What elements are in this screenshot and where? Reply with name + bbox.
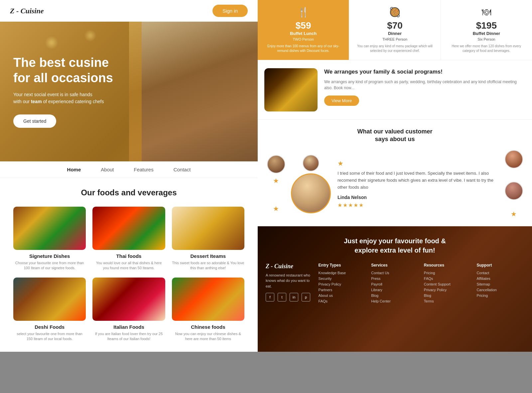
footer-link-privacy-res[interactable]: Privacy Policy xyxy=(424,288,471,292)
food-image-thai xyxy=(92,207,165,250)
left-avatars: ★ ★ xyxy=(264,155,288,213)
family-title: We arranges your family & social program… xyxy=(324,68,525,76)
buffet-dinner-name: Buffet Dinner xyxy=(446,31,527,36)
footer-link-privacy-policy[interactable]: Privacy Policy xyxy=(319,282,366,286)
hero-overlay: The best cusine for all occasions Your n… xyxy=(0,22,142,161)
footer-link-contact-sup[interactable]: Contact xyxy=(476,271,524,275)
family-section: We arranges your family & social program… xyxy=(258,60,532,120)
footer-link-faqs[interactable]: FAQs xyxy=(319,299,366,303)
buffet-lunch-persons: TWO Person xyxy=(263,37,343,41)
footer-col-support: Support Contact Affiliates Sitemap Cance… xyxy=(476,263,524,305)
footer-logo: Z - Cuisine xyxy=(266,263,313,270)
hero-background: The best cusine for all occasions Your n… xyxy=(0,22,258,161)
dinner-persons: THREE Person xyxy=(354,37,435,41)
pricing-card-dinner: 🥘 $70 Dinner THREE Person You can enjoy … xyxy=(349,0,441,60)
buffet-lunch-price: $59 xyxy=(263,20,343,31)
footer-link-terms[interactable]: Terms xyxy=(424,299,471,303)
footer-link-blog-res[interactable]: Blog xyxy=(424,294,471,297)
social-linkedin[interactable]: in xyxy=(290,293,298,301)
footer-col-resources: Resources Pricing FAQs Content Support P… xyxy=(424,263,471,305)
food-image-dessert xyxy=(172,207,244,250)
get-started-button[interactable]: Get started xyxy=(13,114,56,128)
footer-link-faqs-res[interactable]: FAQs xyxy=(424,277,471,281)
avatar-center-top xyxy=(303,155,319,171)
nav-features[interactable]: Features xyxy=(134,167,153,172)
food-image-signature xyxy=(13,207,86,250)
footer-link-pricing-sup[interactable]: Pricing xyxy=(476,294,524,297)
testimonials-title: What our valued customersays about us xyxy=(264,128,525,143)
logo: Z - Cuisine xyxy=(10,7,44,15)
footer-link-press[interactable]: Press xyxy=(371,277,419,281)
social-icons: f t in p xyxy=(266,293,313,301)
family-image xyxy=(264,68,318,111)
food-image-chinese xyxy=(172,278,244,321)
right-panel: 🍴 $59 Buffet Lunch TWO Person Enjoy more… xyxy=(258,0,532,352)
social-twitter[interactable]: t xyxy=(278,293,286,301)
social-pinterest[interactable]: p xyxy=(302,293,310,301)
nav-contact[interactable]: Contact xyxy=(174,167,191,172)
food-desc-dessert: This sweet foods are so adorable & You l… xyxy=(172,261,244,271)
hero-title: The best cusine for all occasions xyxy=(13,55,128,86)
testimonial-text-area: ★ I tried some of their food and I just … xyxy=(334,159,499,208)
footer-link-cancellation[interactable]: Cancellation xyxy=(476,288,524,292)
avatar-left-top xyxy=(267,155,285,173)
food-desc-signature: Choose your favourite one from more than… xyxy=(13,261,86,271)
footer-link-pricing-res[interactable]: Pricing xyxy=(424,271,471,275)
footer-brand: Z - Cuisine A renowned restaurant who kn… xyxy=(266,263,313,305)
header: Z - Cuisine Sign in xyxy=(0,0,258,22)
pricing-card-buffet-lunch: 🍴 $59 Buffet Lunch TWO Person Enjoy more… xyxy=(258,0,349,60)
footer-link-about-us[interactable]: About us xyxy=(319,294,366,297)
food-desc-italian: If you are Italian food lover then try o… xyxy=(92,331,165,342)
social-facebook[interactable]: f xyxy=(266,293,274,301)
family-content: We arranges your family & social program… xyxy=(324,68,525,106)
buffet-dinner-icon: 🍽 xyxy=(446,7,527,18)
hero-image xyxy=(129,22,258,161)
foods-section-title: Our foods and veverages xyxy=(13,188,244,197)
footer-col-title-services: Services xyxy=(371,263,419,268)
footer-link-partners[interactable]: Partners xyxy=(319,288,366,292)
buffet-lunch-desc: Enjoy more than 100 menus from any of ou… xyxy=(263,44,343,53)
buffet-lunch-name: Buffet Lunch xyxy=(263,31,343,36)
footer-link-blog[interactable]: Blog xyxy=(371,294,419,297)
food-title-dessert: Dessert Iteams xyxy=(172,253,244,259)
footer-tagline: Just enjoy your favourite food &explore … xyxy=(266,236,524,255)
footer-col-title-resources: Resources xyxy=(424,263,471,268)
footer-grid: Z - Cuisine A renowned restaurant who kn… xyxy=(266,263,524,305)
footer-link-library[interactable]: Library xyxy=(371,288,419,292)
footer-link-security[interactable]: Security xyxy=(319,277,366,281)
food-grid: Signeture Dishes Choose your favourite o… xyxy=(13,207,244,342)
dinner-icon: 🥘 xyxy=(354,7,435,18)
food-card-chinese: Chinese foods Now you can enjoy our chin… xyxy=(172,278,244,342)
food-title-italian: Italian Foods xyxy=(92,324,165,330)
left-panel: Z - Cuisine Sign in The best cusine for … xyxy=(0,0,258,352)
star-right-bottom: ★ xyxy=(511,210,517,218)
hero-subtitle: Your next social event is in safe handsw… xyxy=(13,91,128,105)
family-desc: We arranges any kind of program such as … xyxy=(324,79,525,91)
footer-link-affiliates[interactable]: Affiliates xyxy=(476,277,524,281)
footer-brand-desc: A renowned restaurant who knows what do … xyxy=(266,273,313,289)
food-card-signature: Signeture Dishes Choose your favourite o… xyxy=(13,207,86,271)
buffet-dinner-persons: Six Person xyxy=(446,37,527,41)
footer-link-payroll[interactable]: Payroll xyxy=(371,282,419,286)
pricing-section: 🍴 $59 Buffet Lunch TWO Person Enjoy more… xyxy=(258,0,532,60)
food-title-deshi: Deshi Foods xyxy=(13,324,86,330)
footer-section: Just enjoy your favourite food &explore … xyxy=(258,226,532,352)
food-title-signature: Signeture Dishes xyxy=(13,253,86,259)
nav-about[interactable]: About xyxy=(101,167,114,172)
footer-col-title-entry: Entry Types xyxy=(319,263,366,268)
nav-home[interactable]: Home xyxy=(67,167,81,172)
right-avatars: ★ xyxy=(502,150,525,218)
footer-link-help-center[interactable]: Help Center xyxy=(371,299,419,303)
food-card-thai: Thai foods You would love our all thai d… xyxy=(92,207,165,271)
dinner-desc: You can enjoy any kind of menu package w… xyxy=(354,44,435,53)
buffet-dinner-price: $195 xyxy=(446,20,527,31)
dinner-price: $70 xyxy=(354,20,435,31)
footer-link-contact-us[interactable]: Contact Us xyxy=(371,271,419,275)
footer-link-sitemap[interactable]: Sitemap xyxy=(476,282,524,286)
footer-link-knowledge-base[interactable]: Knowledge Base xyxy=(319,271,366,275)
food-title-thai: Thai foods xyxy=(92,253,165,259)
view-more-button[interactable]: View More xyxy=(324,96,359,106)
footer-link-content-support[interactable]: Content Support xyxy=(424,282,471,286)
sign-in-button[interactable]: Sign in xyxy=(212,5,248,17)
main-nav: Home About Features Contact xyxy=(0,161,258,178)
